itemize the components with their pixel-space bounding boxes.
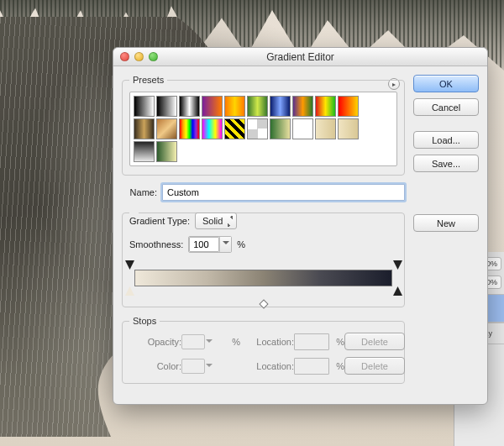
preset-swatch[interactable] [224, 118, 245, 139]
preset-swatch[interactable] [202, 118, 223, 139]
preset-swatch[interactable] [156, 118, 177, 139]
zoom-icon[interactable] [149, 52, 158, 61]
midpoint-handle[interactable] [259, 299, 268, 308]
gradient-editor-dialog: Gradient Editor ▸ Presets Name: . Gradie… [113, 47, 488, 405]
opacity-label: Opacity: [129, 337, 181, 347]
preset-swatch[interactable] [247, 118, 268, 139]
color-stop-handle[interactable] [393, 286, 402, 296]
percent-label: % [228, 337, 240, 347]
stops-legend: Stops [129, 316, 160, 326]
preset-swatch[interactable] [315, 96, 336, 117]
gradient-type-select[interactable]: Solid [195, 213, 237, 229]
gradient-bar[interactable] [134, 270, 392, 286]
window-title: Gradient Editor [113, 51, 487, 63]
preset-swatch[interactable] [315, 118, 336, 139]
presets-fieldset: Presets [122, 75, 405, 176]
gradient-type-label: Gradient Type: [129, 216, 190, 226]
chevron-down-icon [206, 364, 213, 370]
preset-swatch[interactable] [134, 96, 155, 117]
preset-swatch[interactable] [134, 141, 155, 162]
preset-swatch[interactable] [338, 118, 359, 139]
preset-swatch[interactable] [292, 96, 313, 117]
percent-label: % [333, 337, 344, 347]
preset-swatch[interactable] [224, 96, 245, 117]
presets-grid[interactable] [129, 92, 397, 166]
preset-swatch[interactable] [156, 141, 177, 162]
opacity-location-input [294, 333, 329, 350]
gradient-ramp[interactable] [129, 260, 397, 302]
preset-swatch[interactable] [134, 118, 155, 139]
stops-fieldset: Stops Opacity: % Location: % Delete Colo… [122, 316, 405, 384]
new-button[interactable]: New [413, 214, 479, 232]
cancel-button[interactable]: Cancel [413, 98, 479, 116]
location-label: Location: [240, 337, 294, 347]
close-icon[interactable] [120, 52, 129, 61]
presets-legend: Presets [129, 75, 167, 85]
preset-swatch[interactable] [179, 96, 200, 117]
color-label: Color: [129, 361, 181, 371]
opacity-stop-handle[interactable] [125, 260, 134, 270]
preset-swatch[interactable] [156, 96, 177, 117]
smoothness-label: Smoothness: [129, 239, 183, 249]
location-label: Location: [240, 361, 294, 371]
preset-swatch[interactable] [270, 118, 291, 139]
save-button[interactable]: Save... [413, 155, 479, 172]
ok-button[interactable]: OK [413, 75, 479, 92]
opacity-stop-handle[interactable] [393, 260, 402, 270]
smoothness-input[interactable] [188, 236, 232, 253]
preset-swatch[interactable] [202, 96, 223, 117]
preset-swatch[interactable] [338, 96, 359, 117]
color-stop-handle[interactable] [125, 286, 134, 296]
name-input[interactable] [162, 184, 405, 201]
load-button[interactable]: Load... [413, 131, 479, 149]
color-location-input [294, 358, 329, 375]
preset-swatch[interactable] [292, 118, 313, 139]
percent-label: % [333, 361, 344, 371]
titlebar[interactable]: Gradient Editor [113, 48, 487, 66]
preset-swatch[interactable] [179, 118, 200, 139]
opacity-value-field [181, 334, 205, 349]
stepper-icon[interactable] [219, 237, 231, 252]
color-swatch-field [181, 359, 205, 374]
preset-swatch[interactable] [270, 96, 291, 117]
minimize-icon[interactable] [134, 52, 144, 61]
name-label: Name: [122, 187, 157, 197]
delete-opacity-stop-button: Delete [344, 333, 405, 350]
chevron-down-icon [206, 339, 213, 346]
percent-label: % [237, 239, 245, 249]
gradient-settings-fieldset: . Gradient Type: Solid Smoothness: % [122, 207, 405, 307]
preset-swatch[interactable] [247, 96, 268, 117]
delete-color-stop-button: Delete [344, 357, 405, 375]
